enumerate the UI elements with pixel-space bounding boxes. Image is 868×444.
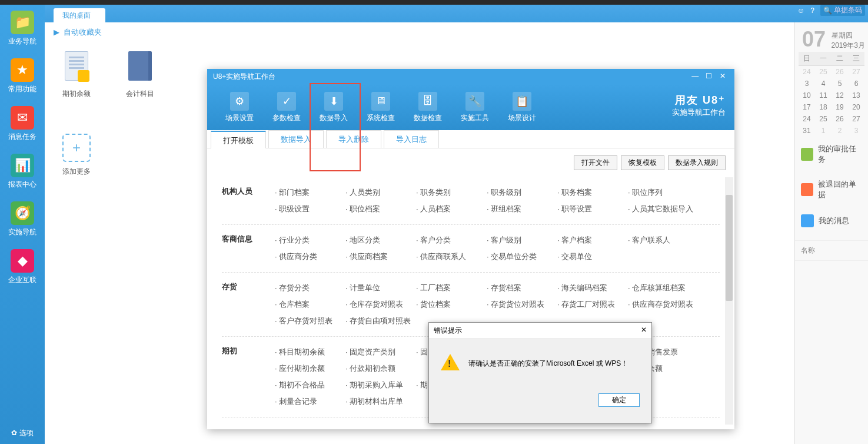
action-button-2[interactable]: 数据录入规则 <box>668 155 726 170</box>
category-item[interactable]: 人员档案 <box>416 201 487 217</box>
category-item[interactable]: 供应商联系人 <box>416 248 487 265</box>
category-item[interactable]: 地区分类 <box>345 232 416 248</box>
category-item[interactable]: 海关编码档案 <box>557 280 628 296</box>
category-item[interactable]: 应付期初余额 <box>275 360 345 377</box>
toolbar-item-1[interactable]: ✓参数检查 <box>263 92 310 123</box>
category-item[interactable]: 供应商档案 <box>345 248 416 265</box>
cal-cell[interactable]: 3 <box>799 78 815 90</box>
scrollbar[interactable] <box>725 177 733 425</box>
toolbar-item-5[interactable]: 🔧实施工具 <box>451 92 498 123</box>
cal-cell[interactable]: 27 <box>848 66 864 78</box>
cal-cell[interactable]: 13 <box>848 90 864 101</box>
toolbar-item-2[interactable]: ⬇数据导入 <box>310 92 357 123</box>
cal-cell[interactable]: 11 <box>815 90 832 101</box>
cal-cell[interactable]: 18 <box>815 101 832 113</box>
cal-cell[interactable]: 24 <box>799 66 815 78</box>
nav-item-2[interactable]: ✉消息任务 <box>0 100 45 148</box>
category-item[interactable]: 人员类别 <box>345 184 416 201</box>
dialog-tab-0[interactable]: 打开模板 <box>211 131 266 148</box>
nav-item-0[interactable]: 📁业务导航 <box>0 5 45 52</box>
category-item[interactable]: 交易单位分类 <box>487 248 557 265</box>
dialog-tab-2[interactable]: 导入删除 <box>326 130 381 148</box>
category-item[interactable]: 工厂档案 <box>416 280 487 296</box>
ok-button[interactable]: 确定 <box>598 393 640 407</box>
toolbar-item-6[interactable]: 📋场景设计 <box>498 92 546 123</box>
category-item[interactable]: 期初采购入库单 <box>345 377 416 393</box>
nav-item-4[interactable]: 🧭实施导航 <box>0 196 45 243</box>
category-item[interactable]: 客户联系人 <box>628 232 699 248</box>
toolbar-item-0[interactable]: ⚙场景设置 <box>216 92 263 123</box>
category-item[interactable]: 仓库存货对照表 <box>345 296 416 313</box>
category-item[interactable]: 职务类别 <box>416 184 487 201</box>
category-item[interactable]: 班组档案 <box>487 201 557 217</box>
help-icon[interactable]: ? <box>810 6 814 15</box>
toolbar-item-3[interactable]: 🖥系统检查 <box>357 92 404 123</box>
category-item[interactable]: 客户级别 <box>487 232 557 248</box>
dialog-tab-3[interactable]: 导入日志 <box>384 130 439 148</box>
category-item[interactable]: 职级设置 <box>275 201 345 217</box>
dialog-tab-1[interactable]: 数据导入 <box>268 130 324 148</box>
error-titlebar[interactable]: 错误提示 ✕ <box>429 323 651 339</box>
cal-cell[interactable]: 17 <box>799 101 815 113</box>
cal-cell[interactable]: 24 <box>799 113 815 125</box>
action-button-0[interactable]: 打开文件 <box>574 155 617 170</box>
cal-cell[interactable]: 2 <box>832 125 848 137</box>
maximize-icon[interactable]: ☐ <box>703 72 715 80</box>
nav-item-1[interactable]: ★常用功能 <box>0 52 45 100</box>
quick-bar[interactable]: ▶ 自动收藏夹 <box>45 22 868 42</box>
cal-cell[interactable]: 25 <box>815 113 832 125</box>
category-item[interactable]: 存货档案 <box>487 280 557 296</box>
nav-item-3[interactable]: 📊报表中心 <box>0 148 45 196</box>
category-item[interactable]: 部门档案 <box>275 184 345 201</box>
category-item[interactable]: 职位档案 <box>345 201 416 217</box>
category-item[interactable]: 货位档案 <box>416 296 487 313</box>
category-item[interactable]: 供应商存货对照表 <box>628 296 699 313</box>
cal-cell[interactable]: 4 <box>815 78 832 90</box>
category-item[interactable]: 职位序列 <box>628 184 699 201</box>
category-item[interactable]: 期初不合格品 <box>275 377 345 393</box>
cal-cell[interactable]: 19 <box>832 101 848 113</box>
tab-my-desktop[interactable]: 我的桌面 <box>54 8 105 22</box>
nav-options[interactable]: ✿ 选项 <box>0 428 45 438</box>
category-item[interactable]: 供应商分类 <box>275 248 345 265</box>
minimize-icon[interactable]: — <box>689 72 701 80</box>
category-item[interactable]: 行业分类 <box>275 232 345 248</box>
cal-cell[interactable]: 6 <box>848 78 864 90</box>
category-item[interactable]: 存货货位对照表 <box>487 296 557 313</box>
category-item[interactable]: 存货分类 <box>275 280 345 296</box>
cal-cell[interactable]: 26 <box>832 66 848 78</box>
category-item[interactable]: 客户存货对照表 <box>275 313 345 329</box>
category-item[interactable]: 存货工厂对照表 <box>557 296 628 313</box>
cal-cell[interactable]: 5 <box>832 78 848 90</box>
cal-cell[interactable]: 26 <box>832 113 848 125</box>
cal-cell[interactable]: 25 <box>815 66 832 78</box>
error-close-icon[interactable]: ✕ <box>641 326 647 336</box>
category-item[interactable]: 客户分类 <box>416 232 487 248</box>
nav-item-5[interactable]: ◆企业互联 <box>0 243 45 291</box>
category-item[interactable]: 职务档案 <box>557 184 628 201</box>
smile-icon[interactable]: ☺ <box>797 6 804 15</box>
desktop-icon-qichu[interactable]: 期初余额 <box>62 51 91 99</box>
category-item[interactable]: 客户档案 <box>557 232 628 248</box>
category-item[interactable]: 存货自由项对照表 <box>345 313 416 329</box>
widget-item-1[interactable]: 被退回的单据 <box>795 172 868 207</box>
category-item[interactable]: 付款期初余额 <box>345 360 416 377</box>
category-item[interactable]: 仓库档案 <box>275 296 345 313</box>
cal-cell[interactable]: 27 <box>848 113 864 125</box>
dialog-titlebar[interactable]: U8+实施导航工作台 — ☐ ✕ <box>207 69 734 84</box>
category-item[interactable]: 科目期初余额 <box>275 344 345 360</box>
toolbar-item-4[interactable]: 🗄数据检查 <box>404 92 451 123</box>
cal-cell[interactable]: 3 <box>848 125 864 137</box>
widget-item-2[interactable]: 我的消息 <box>795 207 868 234</box>
category-item[interactable]: 刺量合记录 <box>275 393 345 410</box>
cal-cell[interactable]: 1 <box>815 125 832 137</box>
desktop-icon-kuaiji[interactable]: 会计科目 <box>126 51 154 99</box>
widget-item-0[interactable]: 我的审批任务 <box>795 137 868 172</box>
category-item[interactable]: 计量单位 <box>345 280 416 296</box>
category-item[interactable]: 固定资产类别 <box>345 344 416 360</box>
category-item[interactable]: 交易单位 <box>557 248 628 265</box>
close-icon[interactable]: ✕ <box>717 72 729 80</box>
add-more-button[interactable]: + 添加更多 <box>62 131 91 177</box>
cal-cell[interactable]: 20 <box>848 101 864 113</box>
cal-cell[interactable]: 12 <box>832 90 848 101</box>
